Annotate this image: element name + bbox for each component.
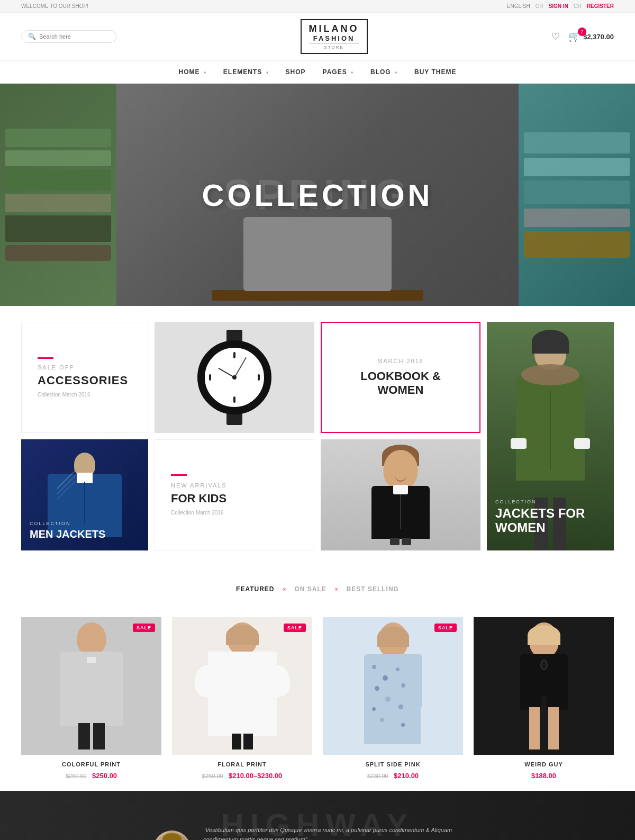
- hero-main-text: COLLECTION: [202, 177, 433, 213]
- card-new-arrivals[interactable]: NEW ARRIVALS FOR KIDS Collection March 2…: [155, 439, 314, 550]
- product-name: COLORFUL PRINT: [21, 761, 161, 767]
- sale-badge: SALE: [284, 624, 306, 632]
- cart-amount: $2,370.00: [583, 33, 614, 41]
- language-label: ENGLISH: [507, 3, 530, 9]
- search-icon: 🔍: [28, 33, 36, 40]
- nav-arrow: ▾: [395, 70, 397, 75]
- register-link[interactable]: REGISTER: [587, 3, 614, 9]
- product-card[interactable]: WEIRD GUY $188.00: [474, 617, 614, 780]
- tab-onsale[interactable]: ON SALE: [294, 585, 326, 593]
- separator: OR: [536, 3, 543, 9]
- logo-title: MILANO: [309, 23, 359, 34]
- product-price-orig: $230.00: [367, 773, 388, 779]
- product-image-wrap: SALE: [172, 617, 312, 755]
- product-name: FLORAL PRINT: [172, 761, 312, 767]
- testimonial-content: "Vestibulum quis porttitor dui! Quisque …: [132, 826, 503, 840]
- nav-arrow: ▾: [266, 70, 269, 75]
- product-image-wrap: SALE: [21, 617, 161, 755]
- product-image: [323, 617, 463, 755]
- card-lookbook[interactable]: MARCH 2016 LOOKBOOK & WOMEN: [321, 322, 480, 433]
- sign-in-link[interactable]: SIGN IN: [549, 3, 568, 9]
- card-kids-photo[interactable]: [321, 439, 480, 550]
- watch-visual: [197, 340, 271, 414]
- top-bar: WELCOME TO OUR SHOP! ENGLISH OR SIGN IN …: [0, 0, 635, 13]
- testimonial-quote: "Vestibulum quis porttitor dui! Quisque …: [203, 826, 482, 840]
- sale-subtitle: Collection March 2016: [38, 392, 132, 398]
- sale-badge: SALE: [434, 624, 457, 632]
- nav-shop[interactable]: SHOP: [286, 68, 306, 76]
- wishlist-icon[interactable]: ♡: [551, 31, 560, 42]
- jackets-women-title: JACKETS FOR WOMEN: [495, 507, 605, 535]
- product-price-sale: $210.00: [394, 772, 419, 780]
- nav-arrow: ▾: [204, 70, 206, 75]
- product-pricing: $260.00 $250.00: [21, 771, 161, 780]
- card-jackets-women[interactable]: COLLECTION JACKETS FOR WOMEN: [487, 322, 614, 550]
- nav-pages[interactable]: PAGES ▾: [323, 68, 353, 76]
- tab-featured[interactable]: FEATURED: [236, 585, 274, 593]
- hero-banner: SPRING COLLECTION: [0, 84, 635, 306]
- cart-badge: 2: [578, 28, 586, 36]
- red-line2: [171, 474, 187, 476]
- product-pricing: $188.00: [474, 771, 614, 780]
- product-card[interactable]: SALE FLORAL PRINT $250.00 $210.00–$230.0…: [172, 617, 312, 780]
- product-name: SPLIT SIDE PINK: [323, 761, 463, 767]
- collections-grid: SALE OFF ACCESSORIES Collection March 20…: [0, 306, 635, 566]
- nav-arrow: ▾: [351, 70, 353, 75]
- product-price-sale: $210.00–$230.00: [229, 772, 282, 780]
- nav-elements[interactable]: ELEMENTS ▾: [223, 68, 269, 76]
- jackets-women-label: COLLECTION: [495, 499, 605, 504]
- tab-sep1: ×: [283, 586, 286, 592]
- welcome-text: WELCOME TO OUR SHOP!: [21, 3, 88, 9]
- cart-wrap[interactable]: 2 🛒 $2,370.00: [568, 31, 614, 42]
- main-nav: HOME ▾ ELEMENTS ▾ SHOP PAGES ▾ BLOG ▾ BU…: [0, 61, 635, 84]
- product-name: WEIRD GUY: [474, 761, 614, 767]
- product-card[interactable]: SALE COLORFUL PRINT $260.00 $250.00: [21, 617, 161, 780]
- accessories-title: ACCESSORIES: [38, 374, 132, 387]
- separator2: OR: [574, 3, 582, 9]
- lookbook-date: MARCH 2016: [377, 358, 424, 364]
- nav-buy-theme[interactable]: BUY THEME: [414, 68, 456, 76]
- product-pricing: $230.00 $210.00: [323, 771, 463, 780]
- red-accent-line: [38, 357, 53, 359]
- header-right: ♡ 2 🛒 $2,370.00: [551, 31, 614, 42]
- testimonial-text: "Vestibulum quis porttitor dui! Quisque …: [203, 826, 482, 840]
- search-wrap[interactable]: 🔍: [21, 30, 116, 43]
- new-arrivals-subtitle: Collection March 2016: [171, 510, 298, 516]
- featured-section: FEATURED × ON SALE × BEST SELLING: [0, 566, 635, 791]
- testimonial-avatar: [153, 830, 190, 840]
- men-jackets-label: COLLECTION: [30, 521, 140, 526]
- card-watch[interactable]: [155, 322, 314, 433]
- product-image: [21, 617, 161, 755]
- product-price-sale: $250.00: [92, 772, 117, 780]
- product-image-wrap: [474, 617, 614, 755]
- lookbook-title: LOOKBOOK & WOMEN: [338, 369, 464, 398]
- product-image: [474, 617, 614, 755]
- product-price-orig: $250.00: [202, 773, 223, 779]
- featured-tabs: FEATURED × ON SALE × BEST SELLING: [21, 577, 614, 601]
- new-arrivals-label: NEW ARRIVALS: [171, 482, 298, 489]
- product-image: [172, 617, 312, 755]
- nav-blog[interactable]: BLOG ▾: [370, 68, 397, 76]
- product-price-orig: $260.00: [66, 773, 87, 779]
- search-input[interactable]: [39, 33, 108, 40]
- products-grid: SALE COLORFUL PRINT $260.00 $250.00: [21, 617, 614, 780]
- product-image-wrap: SALE: [323, 617, 463, 755]
- logo-subtitle: FASHION: [309, 34, 359, 42]
- testimonial-section: HIGHWAY MENSWEAR "Vestibulum quis portti…: [0, 791, 635, 840]
- logo: MILANO FASHION STORE: [301, 19, 368, 54]
- new-arrivals-title: FOR KIDS: [171, 492, 298, 505]
- product-pricing: $250.00 $210.00–$230.00: [172, 771, 312, 780]
- card-men-jackets[interactable]: COLLECTION MEN JACKETS: [21, 439, 148, 550]
- nav-home[interactable]: HOME ▾: [179, 68, 206, 76]
- men-jackets-title: MEN JACKETS: [30, 528, 140, 540]
- product-card[interactable]: SALE SPLIT SIDE PINK $230.00 $210.00: [323, 617, 463, 780]
- logo-tag: STORE: [309, 43, 359, 50]
- hero-main-text-wrap: COLLECTION: [202, 177, 433, 213]
- product-price-sale: $188.00: [531, 772, 556, 780]
- sale-label: SALE OFF: [38, 364, 132, 371]
- tab-bestselling[interactable]: BEST SELLING: [347, 585, 399, 593]
- card-sale-accessories[interactable]: SALE OFF ACCESSORIES Collection March 20…: [21, 322, 148, 433]
- sale-badge: SALE: [133, 624, 155, 632]
- header: 🔍 MILANO FASHION STORE ♡ 2 🛒 $2,370.00: [0, 13, 635, 61]
- tab-sep2: ×: [335, 586, 338, 592]
